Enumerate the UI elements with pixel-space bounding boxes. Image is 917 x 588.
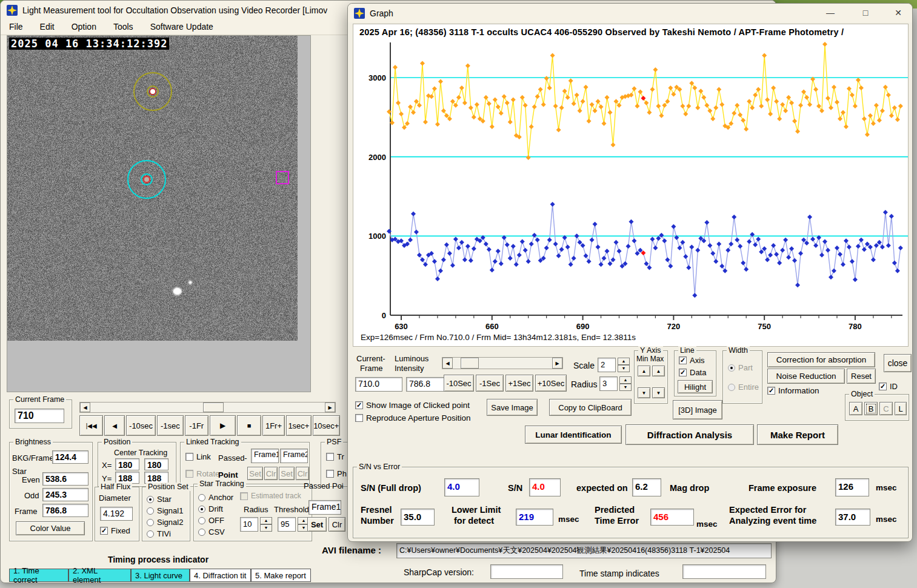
transport-plus-1sec-button[interactable]: 1sec+ (286, 415, 311, 436)
position-set-tivi-radio[interactable]: TIVi (147, 529, 171, 538)
copy-to-clipboard-button[interactable]: Copy to ClipBoard (549, 399, 632, 416)
reproduce-aperture-checkbox[interactable]: Reproduce Aperture Position (355, 413, 471, 423)
close-window-button[interactable]: ✕ (889, 5, 907, 21)
scrollbar-right-arrow[interactable]: ▶ (325, 403, 335, 412)
position-set-signal1-radio[interactable]: Signal1 (147, 506, 183, 515)
object-a-button[interactable]: A (849, 402, 862, 415)
minus-1sec-button[interactable]: -1Sec (476, 375, 504, 392)
reset-button[interactable]: Reset (847, 369, 876, 384)
transport-minus-10sec-button[interactable]: -10sec (126, 415, 156, 436)
timing-tab-time-correct[interactable]: 1. Time correct (9, 569, 68, 582)
maximize-button[interactable]: □ (856, 5, 875, 21)
mag-drop-value[interactable]: 6.2 (632, 478, 661, 496)
y-max-up-button[interactable]: ▲ (652, 366, 665, 376)
width-part-radio[interactable]: Part (728, 363, 753, 372)
lower-limit-value[interactable]: 219 (516, 509, 553, 526)
position-set-star-radio[interactable]: Star (147, 495, 172, 504)
y-min-up-button[interactable]: ▲ (638, 366, 650, 376)
graph-scrollbar-left-arrow[interactable]: ◀ (442, 358, 453, 369)
timing-tab-diffraction[interactable]: 4. Diffraction tit (190, 569, 251, 582)
hilight-button[interactable]: Hilight (678, 380, 713, 393)
make-report-button[interactable]: Make Report (757, 424, 838, 445)
expected-error-value[interactable]: 37.0 (835, 509, 870, 526)
information-checkbox[interactable]: ✓Information (767, 386, 819, 395)
plus-10sec-button[interactable]: +10Sec (535, 375, 567, 392)
tracking-radius-spinner[interactable]: 10 ▲▼ (240, 517, 272, 532)
menu-tools[interactable]: Tools (105, 19, 142, 35)
fixed-checkbox[interactable]: ✓Fixed (100, 526, 130, 535)
show-image-checkbox[interactable]: ✓Show Image of Clicked point (355, 401, 470, 410)
light-curve-plot[interactable]: 6306606907207507800100020003000 (353, 24, 908, 346)
graph-scrollbar-thumb[interactable] (461, 358, 479, 369)
graph-radius-down-arrow[interactable]: ▼ (619, 384, 632, 391)
passed-point-set-button[interactable]: Set (307, 517, 327, 532)
graph-titlebar[interactable]: Graph — □ ✕ (348, 4, 912, 22)
passed-point-clr2-button[interactable]: Clr (296, 467, 309, 480)
graph-scrollbar-track[interactable] (453, 358, 552, 369)
sn-value[interactable]: 4.0 (529, 478, 561, 496)
transport-plus-10sec-button[interactable]: 10sec+ (313, 415, 340, 436)
plus-1sec-button[interactable]: +1Sec (505, 375, 533, 392)
id-checkbox[interactable]: ✓ID (879, 382, 898, 391)
graph-radius-spinner[interactable]: 3 ▲▼ (599, 376, 632, 391)
passed-point-clr-button[interactable]: Clr (328, 517, 345, 532)
timing-tab-make-report[interactable]: 5. Make report (251, 569, 311, 582)
current-frame-input[interactable] (15, 409, 64, 423)
line-data-checkbox[interactable]: ✓Data (679, 368, 706, 377)
frame-exposure-value[interactable]: 126 (835, 478, 869, 496)
menu-software-update[interactable]: Software Update (142, 19, 222, 35)
graph-scrollbar-right-arrow[interactable]: ▶ (552, 358, 562, 369)
video-frame-view[interactable]: 2025 04 16 13:34:12:392 (7, 35, 311, 392)
radius-down-arrow[interactable]: ▼ (260, 524, 272, 532)
tracking-csv-radio[interactable]: CSV (198, 527, 225, 536)
graph-close-button[interactable]: close (884, 354, 912, 372)
timestamp-indicates-field[interactable] (682, 564, 766, 579)
diffraction-analysis-button[interactable]: Diffraction Analysis (625, 424, 754, 445)
menu-option[interactable]: Option (63, 19, 105, 35)
timing-tab-xml-element[interactable]: 2. XML element (68, 569, 131, 582)
tracking-drift-radio[interactable]: Drift (198, 504, 223, 513)
estimated-track-checkbox[interactable]: Estimated track (240, 492, 301, 500)
avi-filename-field[interactable]: C:¥Users¥owner¥Documents¥天文¥202504¥20250… (396, 543, 772, 558)
object-c-button[interactable]: C (879, 402, 893, 415)
object-b-button[interactable]: B (864, 402, 878, 415)
graph-frame-scrollbar[interactable]: ◀ ▶ (442, 357, 563, 369)
minus-10sec-button[interactable]: -10Sec (444, 375, 474, 392)
transport-rewind-start-button[interactable]: |◀◀ (79, 415, 103, 436)
3d-image-button[interactable]: [3D] Image (673, 400, 722, 419)
transport-minus-1frame-button[interactable]: -1Fr (185, 415, 208, 436)
passed-point-set1-button[interactable]: Set (247, 467, 263, 480)
object-l-button[interactable]: L (895, 402, 907, 415)
passed-point-set2-button[interactable]: Set (279, 467, 295, 480)
y-max-down-button[interactable]: ▼ (652, 387, 665, 398)
width-entire-radio[interactable]: Entire (728, 383, 759, 392)
graph-current-frame-value[interactable]: 710.0 (355, 377, 402, 392)
transport-step-back-button[interactable]: ◀ (104, 415, 125, 436)
transport-stop-button[interactable]: ■ (237, 415, 261, 436)
radius-up-arrow[interactable]: ▲ (260, 517, 272, 524)
scale-up-arrow[interactable]: ▲ (618, 358, 630, 365)
rotate-checkbox[interactable]: Rotate (185, 469, 219, 478)
transport-play-button[interactable]: ▶ (210, 415, 236, 436)
transport-plus-1frame-button[interactable]: 1Fr+ (262, 415, 285, 436)
menu-file[interactable]: File (1, 19, 32, 35)
save-image-button[interactable]: Save Image (487, 399, 538, 416)
position-set-signal2-radio[interactable]: Signal2 (147, 518, 183, 527)
lunar-identification-button[interactable]: Lunar Identification (525, 426, 622, 444)
y-min-down-button[interactable]: ▼ (638, 387, 650, 398)
light-curve-chart[interactable]: 6306606907207507800100020003000 2025 Apr… (353, 24, 909, 347)
color-value-button[interactable]: Color Value (16, 521, 85, 535)
menu-edit[interactable]: Edit (32, 19, 63, 35)
minimize-button[interactable]: — (821, 5, 839, 21)
fresnel-number-value[interactable]: 35.0 (401, 509, 435, 526)
link-checkbox[interactable]: Link (185, 452, 211, 461)
transport-minus-1sec-button[interactable]: -1sec (157, 415, 183, 436)
tracking-anchor-radio[interactable]: Anchor (198, 493, 233, 502)
graph-radius-up-arrow[interactable]: ▲ (619, 376, 632, 384)
passed-point-clr1-button[interactable]: Clr (264, 467, 278, 480)
linked-frame2-field[interactable]: Frame2 (280, 449, 308, 463)
sharpcap-version-field[interactable] (490, 564, 563, 579)
psf-tracking-checkbox[interactable]: Tr (326, 452, 344, 461)
sn-full-drop-value[interactable]: 4.0 (444, 478, 479, 496)
correction-absorption-button[interactable]: Correction for absorption (767, 352, 875, 367)
